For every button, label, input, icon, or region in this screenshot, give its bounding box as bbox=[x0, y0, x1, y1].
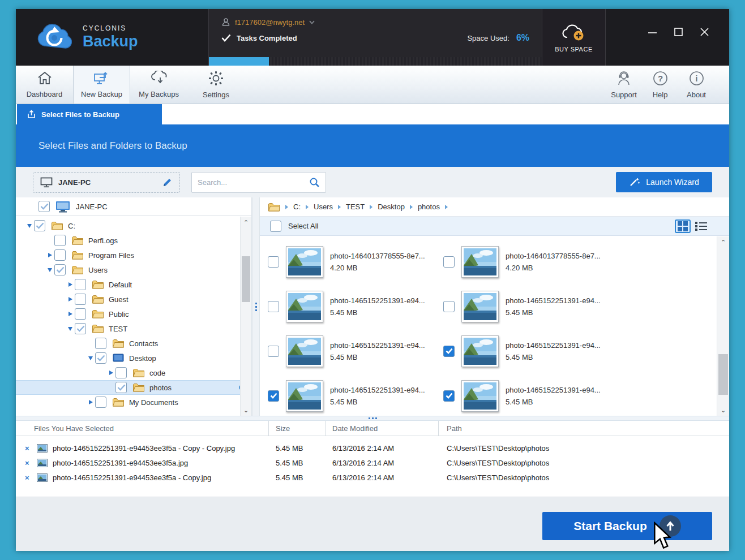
tree-item-checkbox[interactable] bbox=[115, 367, 127, 378]
expand-right-icon[interactable] bbox=[66, 282, 75, 287]
column-header-files[interactable]: Files You Have Selected bbox=[16, 421, 269, 436]
expand-right-icon[interactable] bbox=[66, 297, 75, 301]
list-view-icon[interactable] bbox=[695, 221, 709, 232]
buy-space-button[interactable]: BUY SPACE bbox=[542, 9, 606, 66]
tree-item-public[interactable]: Public bbox=[16, 307, 251, 321]
breadcrumb-item-test[interactable]: TEST bbox=[346, 203, 365, 211]
tree-item-checkbox[interactable] bbox=[54, 235, 66, 246]
tree-item-checkbox[interactable] bbox=[75, 294, 86, 305]
tree-item-code[interactable]: code bbox=[16, 365, 251, 380]
expand-down-icon[interactable] bbox=[25, 224, 34, 228]
photo-checkbox[interactable] bbox=[268, 256, 279, 268]
photo-checkbox[interactable] bbox=[443, 256, 455, 268]
photo-checkbox[interactable] bbox=[443, 346, 455, 357]
select-all-checkbox[interactable] bbox=[270, 221, 281, 232]
column-header-size[interactable]: Size bbox=[269, 421, 326, 436]
column-header-path[interactable]: Path bbox=[439, 421, 729, 436]
device-name-box[interactable]: JANE-PC bbox=[33, 172, 180, 193]
tree-item-checkbox[interactable] bbox=[75, 308, 86, 320]
tree-item-checkbox[interactable] bbox=[54, 264, 66, 275]
edit-device-name-button[interactable] bbox=[162, 177, 173, 188]
photo-checkbox[interactable] bbox=[443, 390, 455, 402]
photo-checkbox[interactable] bbox=[268, 346, 279, 357]
photo-thumbnail[interactable] bbox=[461, 380, 499, 412]
column-header-date-modified[interactable]: Date Modified bbox=[326, 421, 439, 436]
launch-wizard-button[interactable]: Launch Wizard bbox=[616, 172, 712, 192]
tree-item-desktop[interactable]: Desktop bbox=[16, 351, 251, 365]
tree-item-checkbox[interactable] bbox=[115, 382, 127, 393]
toolbar-item-my-backups[interactable]: My Backups bbox=[130, 66, 187, 104]
grid-view-icon[interactable] bbox=[675, 219, 691, 233]
toolbar-item-settings[interactable]: Settings bbox=[187, 66, 245, 104]
grid-scrollbar-thumb[interactable] bbox=[718, 354, 728, 395]
tree-item-perflogs[interactable]: PerfLogs bbox=[16, 233, 251, 248]
tree-item-checkbox[interactable] bbox=[75, 279, 86, 290]
grid-scrollbar-track[interactable] bbox=[717, 248, 729, 404]
expand-down-icon[interactable] bbox=[86, 356, 95, 360]
expand-down-icon[interactable] bbox=[66, 327, 75, 331]
tree-item-test[interactable]: TEST bbox=[16, 321, 251, 336]
account-row[interactable]: f1717602@nwytg.net bbox=[221, 16, 529, 28]
tree-item-checkbox[interactable] bbox=[34, 220, 45, 231]
tree-item-c-[interactable]: C: bbox=[16, 218, 251, 233]
scroll-down-icon[interactable]: ⌄ bbox=[241, 404, 251, 416]
tree-root-row[interactable]: JANE-PC bbox=[16, 197, 251, 216]
tree-scrollbar[interactable]: ⌃ ⌄ bbox=[240, 217, 251, 416]
tree-scrollbar-track[interactable] bbox=[241, 228, 251, 404]
photo-thumbnail[interactable] bbox=[286, 291, 323, 322]
photo-thumbnail[interactable] bbox=[286, 246, 323, 278]
photo-thumbnail[interactable] bbox=[286, 335, 323, 367]
photo-thumbnail[interactable] bbox=[461, 335, 499, 367]
expand-down-icon[interactable] bbox=[45, 268, 54, 272]
tree-item-guest[interactable]: Guest bbox=[16, 292, 251, 307]
tree-item-checkbox[interactable] bbox=[54, 249, 66, 261]
expand-right-icon[interactable] bbox=[86, 400, 95, 404]
tree-item-default[interactable]: Default bbox=[16, 277, 251, 292]
tree-item-my-documents[interactable]: My Documents bbox=[16, 395, 251, 410]
breadcrumb-item-photos[interactable]: photos bbox=[418, 203, 440, 211]
horizontal-splitter[interactable] bbox=[16, 416, 729, 421]
tree-scrollbar-thumb[interactable] bbox=[242, 256, 250, 302]
toolbar-item-dashboard[interactable]: Dashboard bbox=[16, 66, 73, 104]
start-backup-button[interactable]: Start Backup bbox=[542, 512, 712, 540]
photo-thumbnail[interactable] bbox=[461, 246, 499, 278]
tree-item-photos[interactable]: photos bbox=[16, 380, 251, 395]
tree-item-users[interactable]: Users bbox=[16, 262, 251, 277]
photo-checkbox[interactable] bbox=[268, 390, 279, 402]
scroll-up-icon[interactable]: ⌃ bbox=[241, 217, 251, 228]
minimize-button[interactable] bbox=[646, 26, 658, 37]
photo-checkbox[interactable] bbox=[443, 301, 455, 312]
photo-thumbnail[interactable] bbox=[286, 380, 323, 412]
tree-item-checkbox[interactable] bbox=[95, 397, 106, 408]
expand-right-icon[interactable] bbox=[106, 371, 115, 375]
photo-thumbnail[interactable] bbox=[461, 291, 499, 322]
tree-root-checkbox[interactable] bbox=[38, 201, 50, 212]
remove-file-icon[interactable]: × bbox=[25, 444, 32, 453]
toolbar-item-about[interactable]: iAbout bbox=[678, 66, 714, 104]
expand-right-icon[interactable] bbox=[45, 253, 54, 257]
tree-item-contacts[interactable]: Contacts bbox=[16, 336, 251, 351]
search-input[interactable] bbox=[198, 178, 309, 187]
tree-item-checkbox[interactable] bbox=[95, 352, 106, 364]
breadcrumb-item-c[interactable]: C: bbox=[293, 203, 301, 211]
search-icon[interactable] bbox=[309, 177, 320, 188]
photo-checkbox[interactable] bbox=[268, 301, 279, 312]
remove-file-icon[interactable]: × bbox=[25, 473, 32, 482]
close-button[interactable] bbox=[699, 26, 710, 37]
expand-right-icon[interactable] bbox=[66, 312, 75, 316]
tab-select-files-to-backup[interactable]: Select Files to Backup bbox=[17, 104, 162, 124]
breadcrumb-item-desktop[interactable]: Desktop bbox=[378, 203, 405, 211]
tree-item-program-files[interactable]: Program Files bbox=[16, 248, 251, 262]
toolbar-item-new-backup[interactable]: New Backup bbox=[73, 66, 130, 104]
photo-grid-scrollbar[interactable]: ⌃ ⌄ bbox=[717, 236, 729, 416]
remove-file-icon[interactable]: × bbox=[25, 459, 32, 467]
tree-item-checkbox[interactable] bbox=[75, 323, 86, 334]
scroll-down-icon[interactable]: ⌄ bbox=[717, 404, 729, 416]
maximize-button[interactable] bbox=[673, 26, 684, 37]
breadcrumb-item-users[interactable]: Users bbox=[314, 203, 333, 211]
scroll-up-icon[interactable]: ⌃ bbox=[717, 236, 729, 248]
toolbar-item-help[interactable]: ?Help bbox=[642, 66, 678, 104]
tree-item-checkbox[interactable] bbox=[95, 338, 106, 349]
vertical-splitter[interactable] bbox=[252, 197, 260, 416]
toolbar-item-support[interactable]: Support bbox=[606, 66, 642, 104]
